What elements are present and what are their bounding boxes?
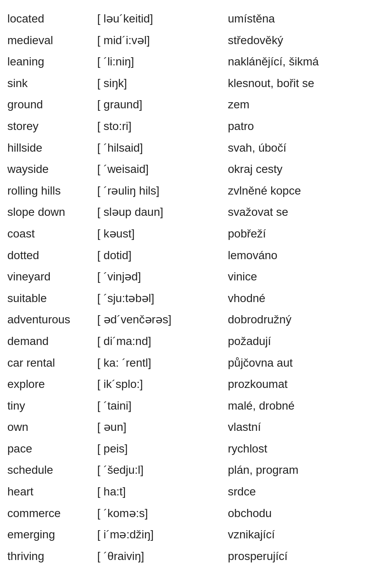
translation-cell: srdce xyxy=(225,481,388,503)
table-row: leaning [ ´li:niŋ] naklánějící, šikmá xyxy=(4,51,388,73)
table-row: medieval [ mid´i:vəl] středověký xyxy=(4,30,388,52)
phonetic-cell: [ di´ma:nd] xyxy=(94,331,225,352)
word-cell: explore xyxy=(4,374,94,395)
word-cell: located xyxy=(4,8,94,30)
table-row: storey [ sto:ri] patro xyxy=(4,116,388,137)
word-cell: car rental xyxy=(4,352,94,374)
word-cell: adventurous xyxy=(4,309,94,331)
word-cell: rolling hills xyxy=(4,180,94,202)
phonetic-cell: [ ki:p] xyxy=(94,567,225,569)
translation-cell: malé, drobné xyxy=(225,395,388,417)
phonetic-cell: [ ha:t] xyxy=(94,481,225,503)
translation-cell: naklánějící, šikmá xyxy=(225,51,388,73)
translation-cell: středověký xyxy=(225,30,388,52)
word-cell: suitable xyxy=(4,288,94,309)
table-row: schedule [ ´šedju:l] plán, program xyxy=(4,459,388,481)
word-cell: hillside xyxy=(4,137,94,159)
word-cell: coast xyxy=(4,223,94,245)
translation-cell: požadují xyxy=(225,331,388,352)
translation-cell: okraj cesty xyxy=(225,159,388,180)
table-row: tiny [ ´taini] malé, drobné xyxy=(4,395,388,417)
table-row: hillside [ ´hilsaid] svah, úbočí xyxy=(4,137,388,159)
table-row: thriving [ ´θraiviŋ] prosperující xyxy=(4,546,388,567)
table-row: coast [ kəust] pobřeží xyxy=(4,223,388,245)
phonetic-cell: [ siŋk] xyxy=(94,73,225,94)
table-row: slope down [ sləup daun] svažovat se xyxy=(4,202,388,223)
translation-cell: svažovat se xyxy=(225,202,388,223)
table-row: rolling hills [ ´rəuliŋ hils] zvlněné ko… xyxy=(4,180,388,202)
table-row: commerce [ ´komə:s] obchodu xyxy=(4,503,388,524)
phonetic-cell: [ ´li:niŋ] xyxy=(94,51,225,73)
phonetic-cell: [ sləup daun] xyxy=(94,202,225,223)
word-cell: commerce xyxy=(4,503,94,524)
table-row: adventurous [ əd´venčərəs] dobrodružný xyxy=(4,309,388,331)
word-cell: tiny xyxy=(4,395,94,417)
word-cell: emerging xyxy=(4,524,94,546)
phonetic-cell: [ ´hilsaid] xyxy=(94,137,225,159)
table-row: wayside [ ´weisaid] okraj cesty xyxy=(4,159,388,180)
table-row: own [ əun] vlastní xyxy=(4,417,388,438)
word-cell: ground xyxy=(4,94,94,116)
phonetic-cell: [ kəust] xyxy=(94,223,225,245)
translation-cell: obchodu xyxy=(225,503,388,524)
translation-cell: prozkoumat xyxy=(225,374,388,395)
phonetic-cell: [ ´šedju:l] xyxy=(94,459,225,481)
phonetic-cell: [ ləu´keitid] xyxy=(94,8,225,30)
phonetic-cell: [ mid´i:vəl] xyxy=(94,30,225,52)
table-row: demand [ di´ma:nd] požadují xyxy=(4,331,388,352)
translation-cell: plán, program xyxy=(225,459,388,481)
translation-cell: klesnout, bořit se xyxy=(225,73,388,94)
table-row: heart [ ha:t] srdce xyxy=(4,481,388,503)
phonetic-cell: [ i´mə:džiŋ] xyxy=(94,524,225,546)
word-cell: storey xyxy=(4,116,94,137)
phonetic-cell: [ ´θraiviŋ] xyxy=(94,546,225,567)
table-row: emerging [ i´mə:džiŋ] vznikající xyxy=(4,524,388,546)
word-cell: wayside xyxy=(4,159,94,180)
phonetic-cell: [ ik´splo:] xyxy=(94,374,225,395)
translation-cell: rychlost xyxy=(225,438,388,460)
translation-cell: lemováno xyxy=(225,245,388,267)
translation-cell: zůstat, udržet xyxy=(225,567,388,569)
translation-cell: pobřeží xyxy=(225,223,388,245)
word-cell: leaning xyxy=(4,51,94,73)
table-row: car rental [ ka: ´rentl] půjčovna aut xyxy=(4,352,388,374)
table-row: pace [ peis] rychlost xyxy=(4,438,388,460)
phonetic-cell: [ əd´venčərəs] xyxy=(94,309,225,331)
translation-cell: svah, úbočí xyxy=(225,137,388,159)
phonetic-cell: [ ´vinjəd] xyxy=(94,266,225,288)
table-row: vineyard [ ´vinjəd] vinice xyxy=(4,266,388,288)
table-row: keep [ ki:p] zůstat, udržet xyxy=(4,567,388,569)
translation-cell: vlastní xyxy=(225,417,388,438)
phonetic-cell: [ ´sju:təbəl] xyxy=(94,288,225,309)
translation-cell: prosperující xyxy=(225,546,388,567)
phonetic-cell: [ ´taini] xyxy=(94,395,225,417)
word-cell: vineyard xyxy=(4,266,94,288)
phonetic-cell: [ peis] xyxy=(94,438,225,460)
translation-cell: zem xyxy=(225,94,388,116)
table-row: explore [ ik´splo:] prozkoumat xyxy=(4,374,388,395)
word-cell: pace xyxy=(4,438,94,460)
word-cell: keep xyxy=(4,567,94,569)
vocabulary-table: located [ ləu´keitid] umístěna medieval … xyxy=(4,8,388,569)
phonetic-cell: [ dotid] xyxy=(94,245,225,267)
translation-cell: dobrodružný xyxy=(225,309,388,331)
phonetic-cell: [ graund] xyxy=(94,94,225,116)
translation-cell: vinice xyxy=(225,266,388,288)
translation-cell: umístěna xyxy=(225,8,388,30)
word-cell: sink xyxy=(4,73,94,94)
phonetic-cell: [ ´komə:s] xyxy=(94,503,225,524)
word-cell: dotted xyxy=(4,245,94,267)
table-row: dotted [ dotid] lemováno xyxy=(4,245,388,267)
table-row: suitable [ ´sju:təbəl] vhodné xyxy=(4,288,388,309)
phonetic-cell: [ əun] xyxy=(94,417,225,438)
table-row: ground [ graund] zem xyxy=(4,94,388,116)
word-cell: own xyxy=(4,417,94,438)
phonetic-cell: [ ´weisaid] xyxy=(94,159,225,180)
table-row: located [ ləu´keitid] umístěna xyxy=(4,8,388,30)
translation-cell: patro xyxy=(225,116,388,137)
translation-cell: vznikající xyxy=(225,524,388,546)
word-cell: demand xyxy=(4,331,94,352)
word-cell: heart xyxy=(4,481,94,503)
word-cell: schedule xyxy=(4,459,94,481)
phonetic-cell: [ ka: ´rentl] xyxy=(94,352,225,374)
